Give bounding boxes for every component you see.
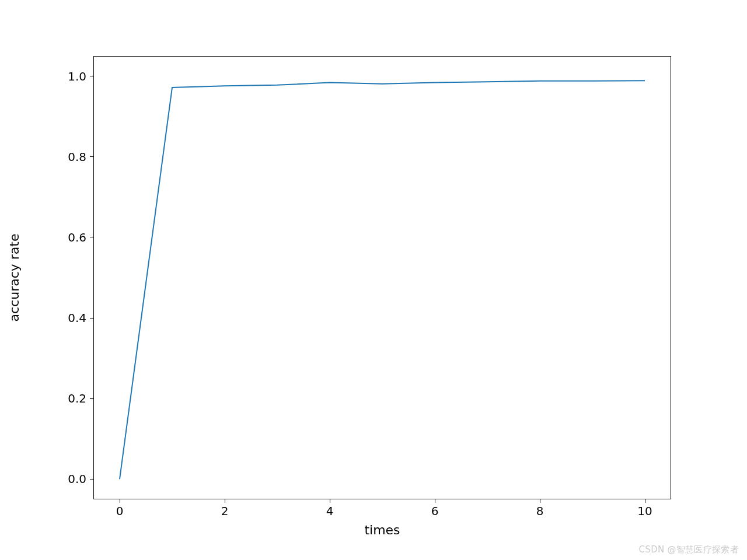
plot-axes: 02468100.00.20.40.60.81.0 times accuracy… xyxy=(93,56,671,499)
y-tick-label: 0.8 xyxy=(68,150,86,164)
x-tick-label: 8 xyxy=(536,504,544,518)
y-tick xyxy=(90,318,93,318)
data-line xyxy=(120,80,645,479)
y-axis-label: accuracy rate xyxy=(7,234,22,322)
y-tick-label: 0.6 xyxy=(68,230,86,244)
y-tick xyxy=(90,479,93,480)
x-tick xyxy=(225,499,225,503)
x-tick xyxy=(330,499,330,503)
y-tick-label: 1.0 xyxy=(68,69,86,83)
y-tick-label: 0.4 xyxy=(68,311,86,325)
line-plot-svg xyxy=(93,56,671,499)
x-tick-label: 0 xyxy=(116,504,124,518)
y-tick xyxy=(90,76,93,76)
x-tick-label: 6 xyxy=(431,504,439,518)
y-tick xyxy=(90,156,93,157)
x-tick xyxy=(540,499,540,503)
figure: 02468100.00.20.40.60.81.0 times accuracy… xyxy=(0,0,747,560)
x-tick-label: 4 xyxy=(326,504,334,518)
x-axis-label: times xyxy=(364,523,400,537)
y-tick xyxy=(90,237,93,237)
watermark-text: CSDN @智慧医疗探索者 xyxy=(639,544,739,555)
x-tick-label: 2 xyxy=(221,504,229,518)
x-tick xyxy=(645,499,645,503)
y-tick xyxy=(90,398,93,399)
x-tick xyxy=(120,499,120,503)
x-tick xyxy=(435,499,435,503)
x-tick-label: 10 xyxy=(637,504,652,518)
y-tick-label: 0.0 xyxy=(68,472,86,486)
y-tick-label: 0.2 xyxy=(68,391,86,405)
